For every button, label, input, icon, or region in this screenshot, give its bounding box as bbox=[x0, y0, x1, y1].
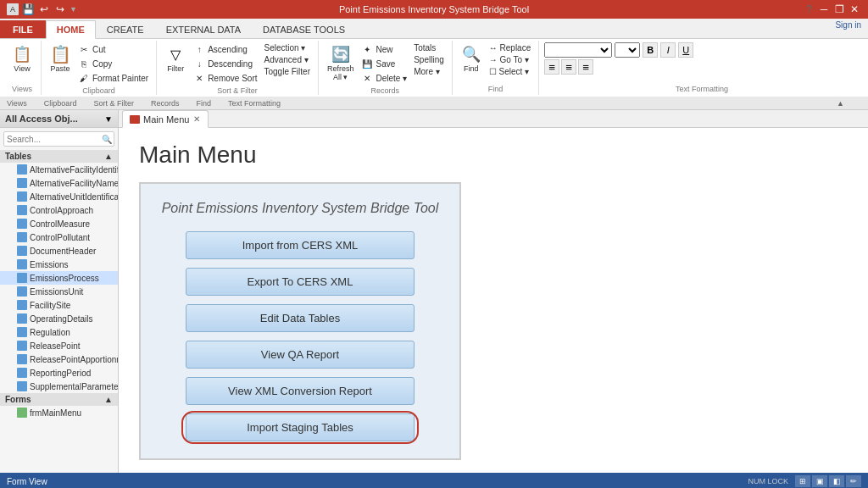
tab-file[interactable]: FILE bbox=[0, 20, 46, 38]
save-record-button[interactable]: 💾 Save bbox=[359, 57, 409, 70]
find-footer-label: Find bbox=[196, 99, 211, 108]
quick-access-toolbar: A 💾 ↩ ↪ ▼ bbox=[7, 3, 77, 16]
text-format-footer-label: Text Formatting bbox=[228, 99, 281, 108]
minimize-btn[interactable]: ─ bbox=[817, 3, 831, 16]
nav-item-regulation[interactable]: Regulation bbox=[0, 325, 118, 339]
window-title: Point Emissions Inventory System Bridge … bbox=[339, 4, 529, 14]
nav-item-alt-facility-id[interactable]: AlternativeFacilityIdentifica... bbox=[0, 163, 118, 176]
nav-item-operating-details[interactable]: OperatingDetails bbox=[0, 312, 118, 325]
filter-button[interactable]: ▽ Filter bbox=[162, 42, 189, 75]
edit-tables-button[interactable]: Edit Data Tables bbox=[186, 304, 415, 332]
search-input[interactable] bbox=[3, 131, 114, 147]
forms-section-header[interactable]: Forms ▲ bbox=[0, 393, 118, 406]
goto-button[interactable]: → Go To ▾ bbox=[487, 54, 533, 65]
undo-btn[interactable]: ↩ bbox=[37, 3, 51, 16]
selection-button[interactable]: Selection ▾ bbox=[262, 42, 313, 53]
ascending-button[interactable]: ↑ Ascending bbox=[191, 42, 259, 56]
nav-item-alt-facility-name[interactable]: AlternativeFacilityName bbox=[0, 176, 118, 190]
import-staging-button[interactable]: Import Staging Tables bbox=[186, 413, 415, 441]
underline-btn[interactable]: U bbox=[678, 42, 693, 58]
form-view-btn[interactable]: ▣ bbox=[812, 475, 827, 487]
save-quick-btn[interactable]: 💾 bbox=[21, 3, 35, 16]
collapse-ribbon[interactable]: ▲ bbox=[837, 99, 844, 108]
paste-icon: 📋 bbox=[50, 44, 70, 64]
align-right-btn[interactable]: ≡ bbox=[578, 59, 593, 75]
nav-panel-menu[interactable]: ▼ bbox=[104, 114, 113, 124]
font-size-select[interactable] bbox=[615, 42, 640, 58]
tab-create[interactable]: CREATE bbox=[96, 20, 155, 38]
tab-close-btn[interactable]: ✕ bbox=[192, 114, 201, 125]
align-center-btn[interactable]: ≡ bbox=[561, 59, 576, 75]
tab-external-data[interactable]: EXTERNAL DATA bbox=[155, 20, 252, 38]
tab-home[interactable]: HOME bbox=[46, 20, 96, 39]
tab-main-menu[interactable]: Main Menu ✕ bbox=[122, 110, 209, 128]
advanced-button[interactable]: Advanced ▾ bbox=[262, 54, 313, 65]
ribbon-group-sort-filter: ▽ Filter ↑ Ascending ↓ Descending ✕ Remo… bbox=[157, 41, 319, 95]
descending-button[interactable]: ↓ Descending bbox=[191, 57, 259, 70]
ribbon-group-text-formatting: B I U ≡ ≡ ≡ Text Formatting bbox=[539, 41, 865, 95]
toggle-filter-button[interactable]: Toggle Filter bbox=[262, 66, 313, 77]
more-button[interactable]: More ▾ bbox=[411, 66, 447, 77]
layout-view-btn[interactable]: ◧ bbox=[829, 475, 844, 487]
spelling-button[interactable]: Spelling bbox=[411, 54, 447, 65]
format-painter-button[interactable]: 🖌 Format Painter bbox=[75, 71, 151, 85]
bold-btn[interactable]: B bbox=[643, 42, 658, 58]
search-icon[interactable]: 🔍 bbox=[101, 133, 113, 145]
align-left-btn[interactable]: ≡ bbox=[544, 59, 559, 75]
main-menu-box: Point Emissions Inventory System Bridge … bbox=[139, 182, 461, 460]
remove-sort-button[interactable]: ✕ Remove Sort bbox=[191, 71, 259, 85]
table-icon bbox=[17, 300, 27, 310]
delete-record-button[interactable]: ✕ Delete ▾ bbox=[359, 71, 409, 85]
table-icon bbox=[17, 368, 27, 378]
text-formatting-label: Text Formatting bbox=[544, 83, 860, 93]
status-bar: Form View NUM LOCK ⊞ ▣ ◧ ✏ bbox=[0, 473, 868, 488]
restore-btn[interactable]: ❐ bbox=[832, 3, 846, 16]
table-icon bbox=[17, 313, 27, 324]
nav-item-frm-main-menu[interactable]: frmMainMenu bbox=[0, 406, 118, 419]
view-xml-button[interactable]: View XML Conversion Report bbox=[186, 377, 415, 405]
nav-item-emissions-process[interactable]: EmissionsProcess bbox=[0, 271, 118, 285]
delete-icon: ✕ bbox=[361, 72, 373, 84]
table-icon bbox=[17, 232, 27, 242]
sort-small-btns: ↑ Ascending ↓ Descending ✕ Remove Sort bbox=[191, 42, 259, 85]
nav-item-control-measure[interactable]: ControlMeasure bbox=[0, 217, 118, 230]
datasheet-view-btn[interactable]: ⊞ bbox=[795, 475, 810, 487]
cut-button[interactable]: ✂ Cut bbox=[75, 42, 151, 56]
help-icon[interactable]: ? bbox=[806, 3, 812, 16]
nav-item-alt-unit-id[interactable]: AlternativeUnitIdentification bbox=[0, 190, 118, 203]
paste-button[interactable]: 📋 Paste bbox=[47, 42, 74, 75]
font-family-select[interactable] bbox=[544, 42, 612, 58]
tab-database-tools[interactable]: DATABASE TOOLS bbox=[252, 20, 356, 38]
import-cers-button[interactable]: Import from CERS XML bbox=[186, 231, 415, 259]
italic-btn[interactable]: I bbox=[660, 42, 676, 58]
nav-item-emissions-unit[interactable]: EmissionsUnit bbox=[0, 285, 118, 298]
select-button[interactable]: ☐ Select ▾ bbox=[487, 66, 533, 77]
new-record-button[interactable]: ✦ New bbox=[359, 42, 409, 56]
nav-item-control-pollutant[interactable]: ControlPollutant bbox=[0, 230, 118, 244]
find-button[interactable]: 🔍 Find bbox=[458, 42, 485, 75]
totals-button[interactable]: Totals bbox=[411, 42, 447, 53]
sign-in-link[interactable]: Sign in bbox=[835, 20, 861, 38]
redo-btn[interactable]: ↪ bbox=[53, 3, 67, 16]
copy-button[interactable]: ⎘ Copy bbox=[75, 57, 151, 70]
view-qa-button[interactable]: View QA Report bbox=[186, 341, 415, 369]
nav-item-facility-site[interactable]: FacilitySite bbox=[0, 298, 118, 312]
nav-item-supplemental-param[interactable]: SupplementalParameter bbox=[0, 380, 118, 393]
nav-item-reporting-period[interactable]: ReportingPeriod bbox=[0, 366, 118, 380]
nav-item-release-point[interactable]: ReleasePoint bbox=[0, 339, 118, 352]
export-cers-button[interactable]: Export To CERS XML bbox=[186, 268, 415, 296]
cut-icon: ✂ bbox=[78, 43, 90, 55]
records-small-btns: ✦ New 💾 Save ✕ Delete ▾ bbox=[359, 42, 409, 85]
nav-item-control-approach[interactable]: ControlApproach bbox=[0, 203, 118, 217]
design-view-btn[interactable]: ✏ bbox=[846, 475, 861, 487]
view-button[interactable]: 📋 View bbox=[8, 42, 36, 75]
table-icon bbox=[17, 341, 27, 351]
close-btn[interactable]: ✕ bbox=[848, 3, 861, 16]
nav-item-emissions[interactable]: Emissions bbox=[0, 258, 118, 271]
tables-section-header[interactable]: Tables ▲ bbox=[0, 150, 118, 163]
nav-item-document-header[interactable]: DocumentHeader bbox=[0, 244, 118, 258]
nav-item-release-point-app[interactable]: ReleasePointApportionment bbox=[0, 352, 118, 366]
refresh-all-button[interactable]: 🔄 RefreshAll ▾ bbox=[324, 42, 358, 83]
replace-button[interactable]: ↔ Replace bbox=[487, 42, 533, 53]
nav-panel-search: 🔍 bbox=[3, 131, 114, 147]
